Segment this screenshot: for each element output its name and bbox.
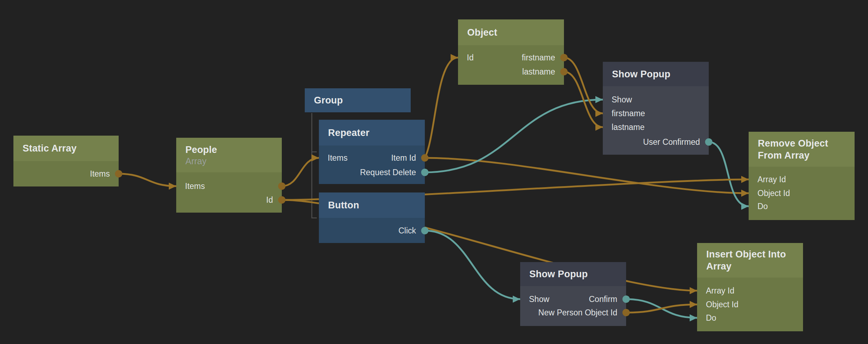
output-port-object-firstname[interactable] — [560, 54, 568, 61]
input-port-arrow-icon-people-items[interactable] — [169, 183, 176, 190]
output-port-button-click[interactable] — [421, 227, 429, 235]
node-graph-canvas[interactable]: Static ArrayItemsPeopleArrayItemsIdGroup… — [0, 0, 868, 344]
input-port-arrow-icon-remove-object-from-array-object-id[interactable] — [741, 190, 749, 197]
input-port-arrow-icon-insert-object-into-array-do[interactable] — [690, 314, 697, 321]
output-port-show-popup-2-confirm[interactable] — [623, 296, 630, 303]
output-port-people-port[interactable] — [278, 183, 286, 190]
input-port-arrow-icon-show-popup-1-show[interactable] — [595, 96, 603, 103]
input-port-arrow-icon-show-popup-1-firstname[interactable] — [595, 110, 603, 117]
output-port-show-popup-1-user-confirmed[interactable] — [705, 138, 713, 146]
input-port-arrow-icon-show-popup-2-show[interactable] — [513, 296, 520, 303]
input-port-arrow-icon-show-popup-1-lastname[interactable] — [595, 124, 603, 131]
output-port-repeater-request-delete[interactable] — [421, 169, 429, 176]
input-port-arrow-icon-remove-object-from-array-do[interactable] — [741, 203, 749, 210]
input-port-arrow-icon-insert-object-into-array-object-id[interactable] — [690, 301, 697, 308]
output-port-object-lastname[interactable] — [560, 68, 568, 76]
input-port-arrow-icon-repeater-items[interactable] — [311, 154, 319, 161]
output-port-static-array-items[interactable] — [115, 170, 123, 178]
output-port-show-popup-2-new-person-object-id[interactable] — [623, 309, 630, 316]
input-port-arrow-icon-object-id[interactable] — [451, 54, 458, 61]
input-port-arrow-icon-insert-object-into-array-array-id[interactable] — [690, 287, 697, 294]
input-port-arrow-icon-remove-object-from-array-array-id[interactable] — [741, 176, 749, 183]
port-layer — [0, 0, 868, 344]
output-port-people-id[interactable] — [278, 196, 286, 204]
output-port-repeater-item-id[interactable] — [421, 154, 429, 162]
